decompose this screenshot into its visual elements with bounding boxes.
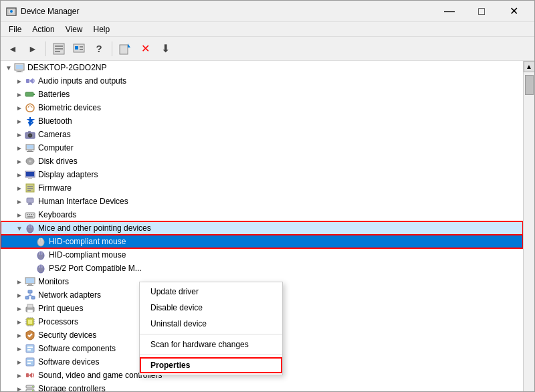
- batteries-expander[interactable]: ►: [14, 89, 25, 100]
- svg-rect-35: [27, 186, 33, 187]
- menu-help[interactable]: Help: [88, 23, 116, 35]
- keyboards-label: Keyboards: [38, 210, 76, 219]
- svg-rect-9: [80, 46, 83, 47]
- sw-devices-expander[interactable]: ►: [14, 357, 25, 367]
- ps2-label: PS/2 Port Compatible M...: [49, 264, 142, 273]
- firmware-expander[interactable]: ►: [14, 183, 25, 193]
- ctx-disable-device[interactable]: Disable device: [140, 300, 282, 316]
- ctx-update-driver[interactable]: Update driver: [140, 284, 282, 300]
- tree-item-batteries[interactable]: ► Batteries: [1, 88, 523, 101]
- ctx-scan-hardware[interactable]: Scan for hardware changes: [140, 336, 282, 353]
- computer-expander[interactable]: ►: [14, 142, 25, 153]
- tree-item-mice[interactable]: ▼ Mice and other pointing devices: [1, 221, 523, 235]
- tree-item-keyboards[interactable]: ► Keyboards: [1, 208, 523, 221]
- ctx-uninstall-device[interactable]: Uninstall device: [140, 316, 282, 332]
- root-label: DESKTOP-2GDO2NP: [27, 63, 106, 72]
- tree-item-hid-mouse-1[interactable]: HID-compliant mouse: [1, 235, 523, 248]
- sw-components-expander[interactable]: ►: [14, 343, 25, 354]
- tree-item-computer[interactable]: ► Computer: [1, 141, 523, 155]
- cameras-label: Cameras: [38, 130, 71, 139]
- mice-expander[interactable]: ▼: [14, 223, 25, 233]
- close-button[interactable]: ✕: [498, 1, 529, 22]
- scrollbar[interactable]: ▲: [523, 61, 534, 391]
- svg-rect-92: [26, 373, 29, 377]
- scroll-up-arrow[interactable]: ▲: [524, 61, 535, 72]
- hid-expander[interactable]: ►: [14, 196, 25, 207]
- uninstall-toolbar-button[interactable]: ✕: [136, 39, 154, 58]
- disk-expander[interactable]: ►: [14, 156, 25, 167]
- biometric-icon: [25, 102, 35, 113]
- tree-item-hid-mouse-2[interactable]: HID-compliant mouse: [1, 248, 523, 262]
- network-expander[interactable]: ►: [14, 290, 25, 300]
- print-expander[interactable]: ►: [14, 303, 25, 314]
- tree-item-hid[interactable]: ► Human Interface Devices: [1, 195, 523, 208]
- svg-rect-89: [26, 358, 34, 366]
- svg-rect-38: [27, 198, 33, 203]
- tree-item-storage[interactable]: ► Storage controllers: [1, 382, 523, 391]
- processors-expander[interactable]: ►: [14, 316, 25, 327]
- svg-rect-28: [27, 151, 33, 152]
- hid-mouse-2-expander: [25, 250, 35, 260]
- scroll-thumb[interactable]: [525, 75, 534, 95]
- scan-toolbar-button[interactable]: ⬇: [156, 39, 175, 58]
- tree-item-display[interactable]: ► Display adapters: [1, 168, 523, 181]
- tree-item-audio[interactable]: ► Audio inputs and outputs: [1, 74, 523, 88]
- security-expander[interactable]: ►: [14, 330, 25, 340]
- svg-point-2: [10, 10, 13, 13]
- storage-expander[interactable]: ►: [14, 383, 25, 391]
- menu-file[interactable]: File: [3, 23, 27, 35]
- minimize-button[interactable]: —: [434, 1, 465, 22]
- svg-point-97: [32, 390, 33, 391]
- mice-label: Mice and other pointing devices: [38, 223, 151, 233]
- keyboards-expander[interactable]: ►: [14, 209, 25, 220]
- properties-toolbar-button[interactable]: [49, 39, 68, 58]
- sound-expander[interactable]: ►: [14, 370, 25, 381]
- svg-rect-19: [25, 92, 33, 96]
- svg-rect-37: [27, 190, 31, 191]
- tree-root[interactable]: ▼ DESKTOP-2GDO2NP: [1, 61, 523, 74]
- print-label: Print queues: [38, 304, 83, 313]
- menu-action[interactable]: Action: [27, 23, 60, 35]
- processors-icon: [25, 316, 35, 327]
- sw-components-label: Software components: [38, 344, 116, 353]
- tree-item-disk[interactable]: ► Disk drives: [1, 155, 523, 168]
- tree-item-ps2-mouse[interactable]: PS/2 Port Compatible M...: [1, 262, 523, 275]
- device-manager-toolbar-button[interactable]: [70, 39, 88, 58]
- svg-rect-90: [27, 360, 33, 361]
- firmware-icon: [25, 183, 35, 193]
- svg-rect-4: [55, 45, 63, 47]
- root-expander[interactable]: ▼: [3, 62, 14, 73]
- ctx-properties[interactable]: Properties: [140, 357, 282, 373]
- biometric-expander[interactable]: ►: [14, 102, 25, 113]
- back-button[interactable]: ◄: [3, 39, 22, 58]
- menu-view[interactable]: View: [60, 23, 88, 35]
- svg-rect-87: [27, 347, 33, 348]
- svg-rect-14: [16, 65, 23, 69]
- svg-marker-93: [29, 373, 32, 378]
- maximize-button[interactable]: □: [466, 1, 497, 22]
- monitors-expander[interactable]: ►: [14, 276, 25, 287]
- window-title: Device Manager: [21, 7, 434, 16]
- forward-button[interactable]: ►: [23, 39, 42, 58]
- tree-item-firmware[interactable]: ► Firmware: [1, 181, 523, 195]
- hid-mouse-2-label: HID-compliant mouse: [49, 250, 126, 260]
- sw-devices-label: Software devices: [38, 357, 99, 367]
- audio-expander[interactable]: ►: [14, 76, 25, 86]
- svg-rect-45: [33, 214, 34, 215]
- tree-item-cameras[interactable]: ► Cameras: [1, 128, 523, 141]
- svg-rect-33: [28, 178, 32, 179]
- tree-item-biometric[interactable]: ► Biometric devices: [1, 101, 523, 114]
- security-label: Security devices: [38, 330, 96, 340]
- hid-label: Human Interface Devices: [38, 197, 128, 206]
- svg-rect-6: [55, 51, 60, 52]
- bluetooth-expander[interactable]: ►: [14, 116, 25, 126]
- help-toolbar-button[interactable]: ?: [90, 39, 108, 58]
- computer-device-icon: [25, 142, 35, 153]
- cameras-expander[interactable]: ►: [14, 129, 25, 140]
- tree-panel[interactable]: ▼ DESKTOP-2GDO2NP ►: [1, 61, 523, 391]
- svg-rect-36: [27, 188, 33, 189]
- tree-item-bluetooth[interactable]: ► Bluetooth: [1, 114, 523, 128]
- display-expander[interactable]: ►: [14, 169, 25, 180]
- network-label: Network adapters: [38, 290, 101, 300]
- update-driver-toolbar-button[interactable]: [116, 39, 134, 58]
